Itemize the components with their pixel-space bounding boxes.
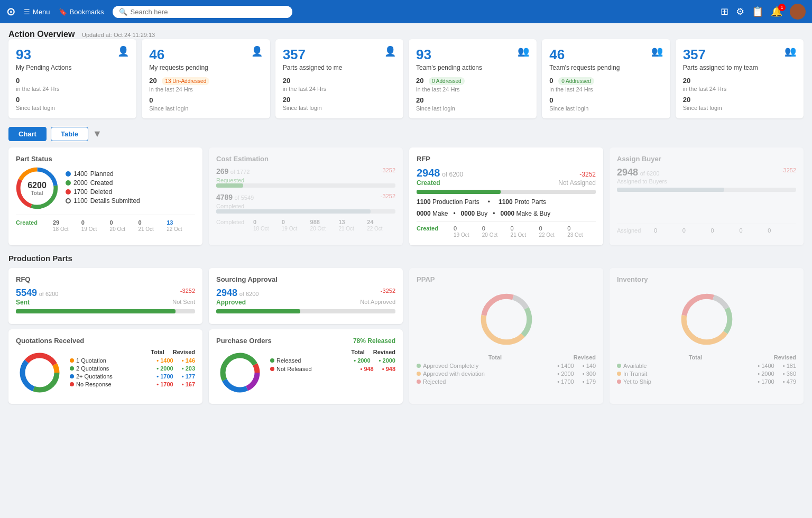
cost-estimation-card: Cost Estimation 269 of 1772 -3252 Reques…	[209, 147, 403, 245]
search-bar[interactable]: 🔍	[113, 6, 292, 18]
sourcing-header: 2948 of 6200 -3252	[216, 288, 395, 299]
card-stat1-label-4: in the last 24 Hrs	[549, 86, 593, 92]
val-22oct: 1322 Oct	[167, 219, 195, 232]
bookmarks-button[interactable]: 🔖 Bookmarks	[59, 8, 104, 16]
rfp-d1: 019 Oct	[454, 225, 482, 238]
card-icon-0: 👤	[117, 45, 129, 57]
ab-d4: 0	[739, 227, 768, 234]
card-stat2-label-5: Since last login	[683, 105, 722, 111]
inv-legend: Total Revised Available • 1400 • 181 In …	[617, 354, 796, 385]
ab-of: of 6200	[640, 170, 660, 177]
quot-legend: Total Revised 1 Quotation • 1400 • 146 2…	[70, 349, 195, 396]
po-row-1: Not Released • 948 • 948	[270, 366, 395, 372]
rfq-bar-bg	[16, 309, 195, 313]
card-stat2-label-0: Since last login	[16, 105, 55, 111]
rfq-of: of 6200	[39, 291, 59, 297]
sourcing-bar-bg	[216, 309, 395, 313]
ab-d1: 0	[654, 227, 682, 234]
filter-icon[interactable]: ▼	[93, 128, 102, 140]
ce-comp-bar	[216, 209, 395, 214]
ce-d1: 018 Oct	[253, 219, 282, 232]
rfq-labels: Sent Not Sent	[16, 299, 195, 306]
ab-bar-wrap	[617, 188, 796, 192]
rfp-bar-bg	[417, 190, 596, 194]
quotations-wrap: Total Revised 1 Quotation • 1400 • 146 2…	[16, 349, 195, 396]
quot-col-headers: Total Revised	[70, 349, 195, 355]
rfp-of: of 6200	[442, 171, 463, 178]
card-stat2-wrap-2: 20	[283, 96, 396, 104]
card-number-4: 46	[549, 47, 662, 63]
rfp-buy: 0000 Buy	[461, 210, 488, 217]
action-card-5: 👥 357 Parts assigned to my team 20 in th…	[676, 39, 804, 118]
details-val: 1100	[73, 197, 88, 205]
ce-requested-nums: 269 of 1772 -3252	[216, 167, 395, 175]
ce-req-main: 269 of 1772	[216, 167, 250, 175]
settings-icon[interactable]: ⚙	[736, 6, 744, 17]
created-label: Created	[16, 219, 53, 232]
assign-buyer-title: Assign Buyer	[617, 155, 796, 163]
ab-main: 2948 of 6200	[617, 167, 659, 178]
quot-total-header: Total	[151, 349, 164, 355]
bell-icon[interactable]: 🔔 1	[771, 6, 782, 17]
card-stat2-1: 0	[149, 96, 153, 104]
ce-comp-label: Completed	[216, 203, 395, 209]
quot-donut	[16, 349, 63, 396]
card-badge-3: 0 Addressed	[429, 77, 465, 85]
deleted-val: 1700	[73, 188, 88, 196]
avatar[interactable]	[790, 4, 806, 20]
card-stat1-3: 20 0 Addressed	[416, 77, 529, 85]
po-rows: Released • 2000 • 2000 Not Released • 94…	[270, 357, 395, 372]
ppap-donut-wrap	[417, 288, 596, 351]
rfq-val: 5549	[16, 288, 37, 298]
sourcing-of: of 6200	[239, 291, 259, 297]
action-card-4: 👥 46 Team's requests pending 0 0 Address…	[542, 39, 670, 118]
po-col-headers: Total Revised	[270, 349, 395, 355]
card-stat1-label-5: in the last 24 Hrs	[683, 86, 727, 92]
inv-rows: Available • 1400 • 181 In Transit • 2000…	[617, 363, 796, 385]
card-stat1-label-1: in the last 24 Hrs	[149, 86, 193, 92]
chart-button[interactable]: Chart	[8, 127, 47, 141]
card-stat2-5: 20	[683, 96, 690, 104]
rfp-make-row: 0000 Make • 0000 Buy • 0000 Make & Buy	[417, 210, 596, 217]
search-input[interactable]	[131, 8, 286, 16]
ppap-col-headers: Total Revised	[417, 354, 596, 360]
ab-bar-bg	[617, 188, 796, 192]
chart-table-toggle: Chart Table ▼	[8, 127, 804, 141]
rfp-prod: 1100 Production Parts	[417, 198, 479, 206]
inv-donut	[675, 288, 739, 351]
ab-date-row: Assigned 0 0 0 0 0	[617, 224, 796, 234]
ce-req-bar	[216, 183, 395, 188]
action-cards-row: 👤 93 My Pending Actions 0 in the last 24…	[8, 39, 804, 118]
date-cols: Created 2918 Oct 019 Oct 020 Oct 021 Oct…	[16, 219, 195, 232]
ce-d2: 019 Oct	[282, 219, 310, 232]
sourcing-val: 2948	[216, 288, 237, 298]
rfp-date-row: Created 019 Oct 020 Oct 021 Oct 022 Oct …	[417, 221, 596, 238]
inv-row-0: Available • 1400 • 181	[617, 363, 796, 369]
rfp-dot3: •	[493, 210, 495, 217]
card-icon-2: 👤	[384, 45, 396, 57]
rfp-d5: 023 Oct	[567, 225, 596, 238]
production-parts-section: Production Parts RFQ 5549 of 6200 -3252 …	[8, 254, 804, 404]
ppap-row-0: Approved Completely • 1400 • 140	[417, 363, 596, 369]
ab-d5: 0	[768, 227, 796, 234]
clipboard-icon[interactable]: 📋	[752, 6, 763, 17]
grid-icon[interactable]: ⊞	[721, 6, 728, 17]
main-content: Action Overview Updated at: Oct 24 11:29…	[0, 23, 812, 410]
po-header: Purchase Orders 78% Released	[216, 337, 395, 345]
card-stat1-label-2: in the last 24 Hrs	[283, 86, 327, 92]
ab-label: Assigned to Buyers	[617, 178, 796, 184]
ppap-rows: Approved Completely • 1400 • 140 Approve…	[417, 363, 596, 385]
card-stat1-label-3: in the last 24 Hrs	[416, 86, 460, 92]
assign-buyer-card: Assign Buyer 2948 of 6200 -3252 Assigned…	[610, 147, 804, 245]
rfq-sent: Sent	[16, 299, 30, 306]
card-stat2-label-1: Since last login	[149, 105, 188, 112]
menu-button[interactable]: ☰ Menu	[24, 8, 50, 16]
donut-center-label: 6200 Total	[27, 181, 47, 196]
sourcing-title: Sourcing Approval	[216, 275, 395, 283]
table-button[interactable]: Table	[51, 127, 88, 141]
action-card-3: 👥 93 Team's pending actions 20 0 Address…	[409, 39, 537, 118]
action-card-2: 👤 357 Parts assigned to me 20 in the las…	[275, 39, 403, 118]
rfq-header: 5549 of 6200 -3252	[16, 288, 195, 299]
navbar: ⊙ ☰ Menu 🔖 Bookmarks 🔍 ⊞ ⚙ 📋 🔔 1	[0, 0, 812, 23]
rfp-dot2: •	[453, 210, 455, 217]
